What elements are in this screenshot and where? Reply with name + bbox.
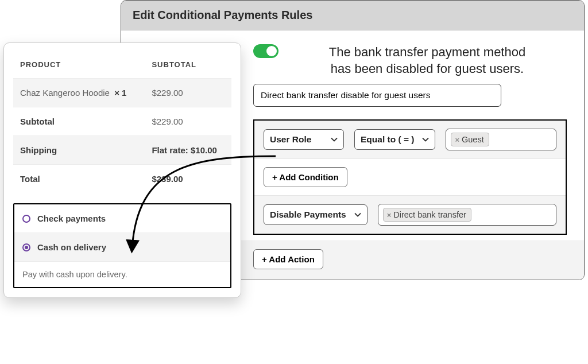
order-item-price: $229.00 <box>145 79 231 107</box>
tag-remove-icon[interactable]: × <box>387 211 392 219</box>
order-shipping-row: Shipping Flat rate: $10.00 <box>13 136 231 165</box>
order-review-table: PRODUCT SUBTOTAL Chaz Kangeroo Hoodie × … <box>13 51 231 193</box>
order-item-qty: × 1 <box>114 88 126 98</box>
action-row: Disable Payments × Direct bank transfer <box>254 196 566 234</box>
order-shipping-label: Shipping <box>13 136 145 165</box>
action-type-label: Disable Payments <box>270 210 346 220</box>
order-subtotal-value: $229.00 <box>145 107 231 136</box>
tag-text: Guest <box>462 135 484 144</box>
condition-field-label: User Role <box>270 134 311 145</box>
radio-icon <box>22 215 30 223</box>
action-value-input[interactable]: × Direct bank transfer <box>378 204 556 226</box>
tag-remove-icon[interactable]: × <box>455 135 459 144</box>
order-total-label: Total <box>13 165 145 193</box>
headline-line-1: The bank transfer payment method <box>329 45 525 59</box>
headline: The bank transfer payment method has bee… <box>253 41 567 80</box>
radio-checked-icon <box>22 243 30 251</box>
order-item-name: Chaz Kangeroo Hoodie <box>20 88 110 98</box>
headline-line-2: has been disabled for guest users. <box>331 61 524 76</box>
order-total-row: Total $239.00 <box>13 165 231 193</box>
condition-value-input[interactable]: × Guest <box>446 129 556 150</box>
order-item-name-cell: Chaz Kangeroo Hoodie × 1 <box>13 79 145 107</box>
action-type-select[interactable]: Disable Payments <box>264 204 368 225</box>
condition-field-select[interactable]: User Role <box>264 129 344 150</box>
chevron-down-icon <box>331 136 338 143</box>
payment-option-label: Check payments <box>37 214 106 223</box>
enable-toggle[interactable] <box>253 44 278 58</box>
col-subtotal: SUBTOTAL <box>145 51 231 79</box>
order-total-value: $239.00 <box>145 165 231 193</box>
checkout-card: PRODUCT SUBTOTAL Chaz Kangeroo Hoodie × … <box>3 42 241 298</box>
order-subtotal-label: Subtotal <box>13 107 145 136</box>
payment-option-check[interactable]: Check payments <box>14 204 230 233</box>
conditions-and-actions-box: User Role Equal to ( = ) × Guest + Add C… <box>253 119 567 235</box>
condition-value-tag[interactable]: × Guest <box>451 133 489 146</box>
chevron-down-icon <box>354 211 361 218</box>
condition-operator-label: Equal to ( = ) <box>361 134 414 145</box>
condition-row: User Role Equal to ( = ) × Guest <box>254 121 566 159</box>
payment-option-description: Pay with cash upon delivery. <box>14 262 230 287</box>
payment-methods-box: Check payments Cash on delivery Pay with… <box>13 203 231 288</box>
condition-operator-select[interactable]: Equal to ( = ) <box>354 129 435 150</box>
chevron-down-icon <box>422 136 429 143</box>
order-subtotal-row: Subtotal $229.00 <box>13 107 231 136</box>
add-action-button[interactable]: + Add Action <box>253 249 323 269</box>
payment-option-cod[interactable]: Cash on delivery <box>14 233 230 262</box>
rule-name-input[interactable] <box>253 84 501 107</box>
col-product: PRODUCT <box>13 51 145 79</box>
add-condition-button[interactable]: + Add Condition <box>264 167 347 187</box>
add-condition-row: + Add Condition <box>254 159 566 196</box>
order-item-row: Chaz Kangeroo Hoodie × 1 $229.00 <box>13 79 231 107</box>
order-shipping-value: Flat rate: $10.00 <box>145 136 231 165</box>
tag-text: Direct bank transfer <box>393 210 466 219</box>
panel-title: Edit Conditional Payments Rules <box>121 1 584 30</box>
payment-option-label: Cash on delivery <box>37 242 106 252</box>
action-value-tag[interactable]: × Direct bank transfer <box>383 208 471 222</box>
